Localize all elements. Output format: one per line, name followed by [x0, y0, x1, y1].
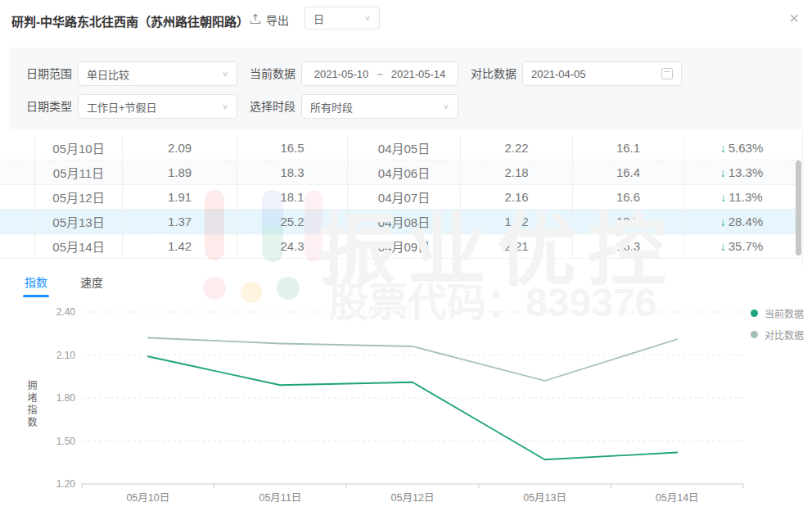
date-range-label: 日期范围	[26, 61, 72, 86]
table-row[interactable]: 05月14日1.4224.304月09日2.2116.3↓35.7%	[0, 234, 799, 259]
legend-label: 当前数据	[765, 306, 804, 320]
compare-data-label: 对比数据	[471, 61, 517, 86]
cell-index: 1.37	[123, 210, 237, 233]
row-gutter	[0, 185, 35, 209]
row-gutter	[0, 210, 35, 233]
congestion-analysis-modal: 研判-中华路东北往西南（苏州路往朝阳路） 导出 日 ∨ × 日期范围 单日比较 …	[0, 0, 812, 511]
range-separator: ~	[377, 68, 383, 80]
date-range-select[interactable]: 单日比较 ∨	[78, 61, 237, 86]
chart-legend: 当前数据对比数据	[751, 306, 804, 341]
legend-dot-icon	[751, 331, 758, 338]
table-scrollbar[interactable]	[796, 161, 801, 256]
svg-text:05月11日: 05月11日	[259, 492, 301, 504]
modal-header: 研判-中华路东北往西南（苏州路往朝阳路） 导出 日 ∨ ×	[0, 0, 812, 39]
compare-data-value: 2021-04-05	[531, 68, 586, 80]
tab-active[interactable]: 指数	[25, 274, 47, 297]
svg-text:05月13日: 05月13日	[523, 492, 566, 504]
cell-compare-speed: 16.1	[573, 136, 684, 160]
date-range-value: 单日比较	[87, 66, 129, 82]
chevron-down-icon: ∨	[222, 70, 228, 78]
cell-speed: 25.2	[237, 210, 348, 233]
chevron-down-icon: ∨	[364, 14, 371, 22]
current-data-start: 2021-05-10	[314, 68, 369, 80]
export-icon	[250, 13, 261, 27]
date-type-value: 工作日+节假日	[87, 99, 157, 115]
cell-date: 05月12日	[35, 185, 123, 209]
line-chart: 2.402.101.801.501.2005月10日05月11日05月12日05…	[0, 301, 812, 511]
tab-inactive[interactable]: 速度	[80, 274, 103, 297]
legend-label: 对比数据	[765, 328, 804, 341]
svg-text:05月10日: 05月10日	[126, 492, 169, 504]
svg-text:2.10: 2.10	[56, 350, 76, 361]
table-right-border	[802, 131, 803, 266]
close-icon[interactable]: ×	[789, 10, 799, 26]
cell-change: ↓28.4%	[684, 210, 799, 233]
cell-date: 05月11日	[35, 161, 123, 184]
legend-item[interactable]: 对比数据	[751, 328, 804, 341]
cell-index: 1.42	[123, 234, 237, 258]
y-axis-title: 拥堵指数	[25, 380, 38, 429]
cell-speed: 16.5	[237, 136, 348, 160]
svg-text:1.20: 1.20	[56, 478, 76, 490]
down-arrow-icon: ↓	[720, 191, 726, 204]
watermark-dot-yellow	[241, 282, 262, 303]
cell-index: 1.89	[123, 161, 237, 184]
calendar-icon	[661, 68, 673, 79]
cell-change: ↓13.3%	[684, 161, 799, 184]
compare-data-picker[interactable]: 2021-04-05	[522, 61, 682, 86]
table-row[interactable]: 05月11日1.8918.304月06日2.1816.4↓13.3%	[0, 161, 799, 185]
cell-index: 2.09	[123, 136, 237, 160]
cell-compare-index: 2.22	[461, 136, 573, 160]
cell-compare-index: 2.21	[461, 234, 573, 258]
cell-compare-date: 04月07日	[348, 185, 461, 209]
down-arrow-icon: ↓	[720, 215, 726, 228]
time-period-value: 所有时段	[310, 99, 353, 115]
svg-text:1.80: 1.80	[56, 392, 76, 404]
cell-index: 1.91	[123, 185, 237, 209]
time-period-select[interactable]: 所有时段 ∨	[301, 94, 458, 119]
time-period-label: 选择时段	[250, 94, 295, 119]
cell-date: 05月10日	[35, 136, 123, 160]
comparison-table: 05月10日2.0916.504月05日2.2216.1↓5.63%05月11日…	[0, 136, 799, 259]
table-row[interactable]: 05月13日1.3725.204月08日1.9218.7↓28.4%	[0, 210, 799, 234]
export-button[interactable]: 导出	[250, 11, 289, 28]
cell-change: ↓35.7%	[684, 234, 799, 258]
row-gutter	[0, 161, 35, 184]
page-title: 研判-中华路东北往西南（苏州路往朝阳路）	[11, 12, 249, 29]
chart-canvas: 2.402.101.801.501.2005月10日05月11日05月12日05…	[0, 301, 812, 511]
cell-change: ↓11.3%	[684, 185, 799, 209]
granularity-select[interactable]: 日 ∨	[304, 7, 380, 29]
table-row[interactable]: 05月10日2.0916.504月05日2.2216.1↓5.63%	[0, 136, 799, 161]
svg-text:05月14日: 05月14日	[656, 492, 699, 504]
filter-panel: 日期范围 单日比较 ∨ 当前数据 2021-05-10 ~ 2021-05-14…	[10, 47, 802, 129]
granularity-value: 日	[314, 11, 324, 26]
cell-date: 05月13日	[35, 210, 123, 233]
cell-compare-index: 1.92	[461, 210, 573, 233]
svg-text:05月12日: 05月12日	[391, 492, 435, 504]
export-label: 导出	[266, 11, 289, 28]
cell-compare-date: 04月09日	[348, 234, 461, 258]
cell-compare-speed: 18.7	[573, 210, 684, 233]
cell-date: 05月14日	[35, 234, 123, 258]
svg-text:2.40: 2.40	[56, 306, 76, 318]
current-data-range-picker[interactable]: 2021-05-10 ~ 2021-05-14	[301, 61, 458, 86]
cell-compare-date: 04月06日	[348, 161, 461, 184]
legend-dot-icon	[751, 310, 758, 317]
cell-speed: 18.1	[237, 185, 348, 209]
cell-compare-date: 04月08日	[348, 210, 461, 233]
cell-compare-date: 04月05日	[348, 136, 461, 160]
table-row[interactable]: 05月12日1.9118.104月07日2.1616.6↓11.3%	[0, 185, 799, 210]
cell-speed: 24.3	[237, 234, 348, 258]
down-arrow-icon: ↓	[720, 240, 726, 253]
row-gutter	[0, 234, 35, 258]
legend-item[interactable]: 当前数据	[751, 306, 804, 320]
current-data-label: 当前数据	[250, 61, 295, 86]
watermark-dot-pink	[203, 277, 226, 300]
cell-speed: 18.3	[237, 161, 348, 184]
date-type-select[interactable]: 工作日+节假日 ∨	[78, 94, 237, 119]
date-type-label: 日期类型	[26, 94, 72, 119]
cell-compare-speed: 16.3	[573, 234, 684, 258]
svg-text:1.50: 1.50	[56, 436, 76, 447]
down-arrow-icon: ↓	[720, 142, 726, 155]
cell-change: ↓5.63%	[684, 136, 799, 160]
